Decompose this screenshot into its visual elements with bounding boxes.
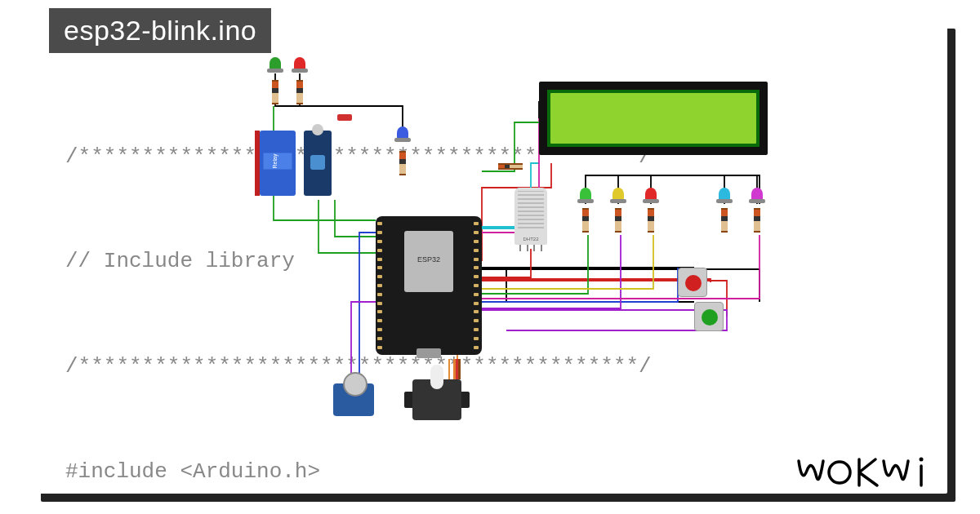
dht22-sensor[interactable]: DHT22 [514, 188, 547, 245]
resistor-icon[interactable] [721, 208, 728, 233]
code-line: #include <Arduino.h> [65, 454, 652, 490]
circuit-diagram[interactable]: Relay ESP32 DHT22 [237, 57, 833, 408]
resistor-icon[interactable] [582, 208, 589, 233]
resistor-icon[interactable] [296, 80, 303, 104]
svg-point-0 [829, 462, 850, 483]
push-button-green[interactable] [694, 302, 724, 331]
resistor-icon[interactable] [615, 208, 621, 233]
relay-label: Relay [264, 153, 292, 170]
pin-header-left-icon [377, 219, 384, 352]
servo-lead-icon [453, 359, 463, 379]
usb-port-icon [416, 348, 441, 358]
dht22-label: DHT22 [514, 237, 547, 241]
esp32-shield-label: ESP32 [404, 231, 453, 292]
resistor-icon[interactable] [754, 208, 760, 233]
wokwi-logo [792, 453, 939, 498]
esp32-board[interactable]: ESP32 [376, 216, 482, 355]
led-blue-icon[interactable] [397, 126, 408, 140]
resistor-icon[interactable] [399, 151, 406, 175]
resistor-icon[interactable] [648, 208, 654, 233]
indicator-led-icon[interactable] [337, 114, 352, 121]
servo-motor[interactable] [412, 379, 461, 420]
relay-module[interactable]: Relay [260, 131, 296, 196]
svg-point-1 [920, 458, 924, 462]
push-button-red[interactable] [678, 268, 707, 297]
led-red-icon[interactable] [294, 57, 305, 70]
dht22-grille-icon [518, 191, 544, 228]
led-green-icon[interactable] [270, 57, 281, 70]
led-magenta-icon[interactable] [751, 188, 763, 201]
pin-header-right-icon [474, 219, 480, 352]
ldr-module[interactable] [304, 131, 332, 196]
potentiometer[interactable] [333, 383, 374, 416]
module-trimpot-icon [310, 155, 325, 170]
file-name-tab: esp32-blink.ino [49, 8, 271, 53]
led-green-icon[interactable] [580, 188, 591, 201]
lcd-display[interactable] [539, 82, 768, 155]
resistor-icon[interactable] [272, 80, 278, 104]
dht22-pins-icon [519, 245, 542, 251]
led-cyan-icon[interactable] [719, 188, 730, 201]
led-yellow-icon[interactable] [612, 188, 624, 201]
resistor-icon[interactable] [498, 163, 523, 170]
led-red-icon[interactable] [645, 188, 657, 201]
servo-horn-icon [430, 365, 443, 389]
